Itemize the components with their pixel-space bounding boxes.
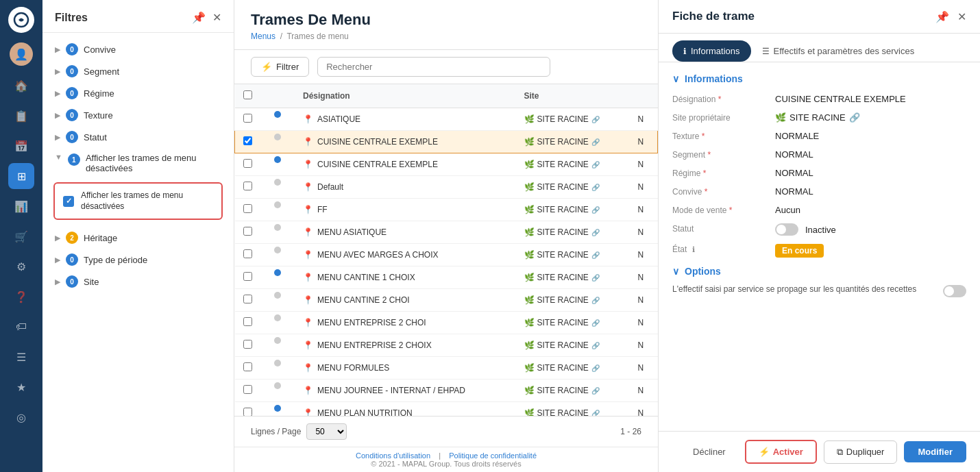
row-checkbox[interactable]: [243, 317, 252, 326]
row-toggle-dot[interactable]: [274, 224, 281, 231]
app-logo[interactable]: [8, 7, 34, 33]
row-toggle-dot[interactable]: [274, 269, 281, 276]
chevron-right-icon: ▶: [55, 45, 60, 54]
table-row[interactable]: 📍 MENU AVEC MARGES A CHOIX 🌿 SITE RACINE…: [235, 244, 658, 266]
close-sidebar-icon[interactable]: ✕: [212, 11, 221, 24]
tab-effectifs[interactable]: ☰ Effectifs et paramètres des services: [751, 40, 926, 62]
site-name: SITE RACINE: [789, 112, 846, 123]
table-row[interactable]: 📍 MENU JOURNEE - INTERNAT / EHPAD 🌿 SITE…: [235, 380, 658, 402]
statut-toggle-switch[interactable]: [775, 223, 798, 236]
decliner-button[interactable]: Décliner: [681, 441, 738, 462]
row-toggle-dot[interactable]: [274, 360, 281, 367]
modifier-button[interactable]: Modifier: [904, 441, 966, 462]
table-row[interactable]: 📍 MENU ENTREPRISE 2 CHOIX 🌿 SITE RACINE …: [235, 334, 658, 357]
politique-link[interactable]: Politique de confidentialité: [449, 451, 537, 460]
filter-segment[interactable]: ▶ 0 Segment: [51, 60, 225, 82]
nav-shop-icon[interactable]: 🛒: [8, 223, 34, 249]
nav-menu-icon[interactable]: 📅: [8, 133, 34, 159]
field-segment: Segment * NORMAL: [672, 149, 966, 160]
filter-site[interactable]: ▶ 0 Site: [51, 271, 225, 293]
table-row[interactable]: 📍 MENU CANTINE 1 CHOIX 🌿 SITE RACINE 🔗 N: [235, 266, 658, 289]
filter-button[interactable]: ⚡ Filtrer: [251, 57, 309, 77]
row-checkbox[interactable]: [243, 159, 252, 168]
filter-texture[interactable]: ▶ 0 Texture: [51, 104, 225, 126]
row-toggle-dot[interactable]: [274, 382, 281, 389]
table-row[interactable]: 📍 MENU ASIATIQUE 🌿 SITE RACINE 🔗 N: [235, 221, 658, 244]
row-toggle-dot[interactable]: [274, 292, 281, 299]
search-input[interactable]: [317, 57, 550, 77]
filter-type-periode[interactable]: ▶ 0 Type de période: [51, 249, 225, 271]
close-right-icon[interactable]: ✕: [957, 10, 966, 23]
table-row[interactable]: 📍 FF 🌿 SITE RACINE 🔗 N: [235, 199, 658, 221]
row-toggle-dot[interactable]: [274, 201, 281, 208]
row-designation-cell: 📍 MENU JOURNEE - INTERNAT / EHPAD: [295, 380, 516, 402]
breadcrumb-parent[interactable]: Menus: [251, 32, 275, 41]
filter-heritage[interactable]: ▶ 2 Héritage: [51, 227, 225, 249]
nav-star-icon[interactable]: ★: [8, 374, 34, 400]
row-checkbox[interactable]: [243, 136, 252, 145]
user-avatar[interactable]: 👤: [10, 42, 33, 66]
filter-regime[interactable]: ▶ 0 Régime: [51, 82, 225, 104]
row-checkbox[interactable]: [243, 362, 252, 371]
designation-pin-icon: 📍: [303, 363, 313, 373]
table-row[interactable]: 📍 MENU ENTREPRISE 2 CHOI 🌿 SITE RACINE 🔗…: [235, 312, 658, 334]
row-checkbox[interactable]: [243, 204, 252, 213]
pin-right-icon[interactable]: 📌: [935, 10, 949, 23]
row-toggle-dot[interactable]: [274, 337, 281, 344]
dupliquer-button[interactable]: ⧉ Dupliquer: [824, 440, 898, 464]
col-site[interactable]: Site: [516, 84, 630, 108]
conditions-link[interactable]: Conditions d'utilisation: [356, 451, 430, 460]
table-row[interactable]: 📍 MENU PLAN NUTRITION 🌿 SITE RACINE 🔗 N: [235, 402, 658, 417]
table-row[interactable]: 📍 CUISINE CENTRALE EXEMPLE 🌿 SITE RACINE…: [235, 153, 658, 176]
table-row[interactable]: 📍 CUISINE CENTRALE EXEMPLE 🌿 SITE RACINE…: [235, 131, 658, 153]
tab-informations[interactable]: ℹ Informations: [672, 40, 751, 62]
nav-circle-icon[interactable]: ◎: [8, 404, 34, 430]
nav-gear-icon[interactable]: ⚙: [8, 253, 34, 280]
row-toggle-dot[interactable]: [274, 134, 281, 140]
activer-label: Activer: [773, 447, 803, 457]
table-row[interactable]: 📍 Default 🌿 SITE RACINE 🔗 N: [235, 176, 658, 199]
row-toggle-dot[interactable]: [274, 405, 281, 412]
nav-orders-icon[interactable]: 📋: [8, 103, 34, 129]
row-checkbox[interactable]: [243, 340, 252, 349]
site-name-text: SITE RACINE: [537, 160, 589, 169]
site-tree-icon: 🌿: [524, 137, 535, 147]
filter-afficher-group[interactable]: ▼ 1 Afficher les trames de menu désactiv…: [51, 148, 225, 178]
field-etat: État ℹ En cours: [672, 244, 966, 258]
row-toggle-dot[interactable]: [274, 247, 281, 253]
row-checkbox[interactable]: [243, 227, 252, 236]
option-effectif-toggle[interactable]: [943, 285, 966, 297]
pin-icon[interactable]: 📌: [192, 11, 206, 24]
nav-grid-icon[interactable]: ⊞: [8, 163, 34, 189]
per-page-select[interactable]: 50 25 100: [306, 423, 347, 440]
table-row[interactable]: 📍 ASIATIQUE 🌿 SITE RACINE 🔗 N: [235, 108, 658, 131]
nav-list-icon[interactable]: ☰: [8, 344, 34, 370]
nav-tag-icon[interactable]: 🏷: [8, 314, 34, 340]
row-checkbox[interactable]: [243, 182, 252, 190]
nav-help-icon[interactable]: ❓: [8, 284, 34, 310]
row-checkbox[interactable]: [243, 249, 252, 258]
row-toggle-dot[interactable]: [274, 156, 281, 163]
activer-button[interactable]: ⚡ Activer: [745, 440, 817, 464]
row-checkbox[interactable]: [243, 385, 252, 394]
sidebar-header: Filtres 📌 ✕: [42, 0, 234, 33]
field-statut-label: Statut: [672, 223, 775, 234]
select-all-checkbox[interactable]: [243, 90, 252, 99]
row-checkbox[interactable]: [243, 295, 252, 303]
site-link-icon: 🔗: [591, 138, 600, 146]
row-toggle-dot[interactable]: [274, 111, 281, 118]
filter-statut[interactable]: ▶ 0 Statut: [51, 126, 225, 148]
col-designation[interactable]: Désignation: [295, 84, 516, 108]
row-toggle-dot[interactable]: [274, 314, 281, 321]
table-row[interactable]: 📍 MENU FORMULES 🌿 SITE RACINE 🔗 N: [235, 357, 658, 380]
row-checkbox[interactable]: [243, 408, 252, 416]
table-row[interactable]: 📍 MENU CANTINE 2 CHOI 🌿 SITE RACINE 🔗 N: [235, 289, 658, 312]
filter-regime-label: Régime: [84, 88, 221, 99]
nav-chart-icon[interactable]: 📊: [8, 193, 34, 219]
row-checkbox[interactable]: [243, 272, 252, 281]
nav-home-icon[interactable]: 🏠: [8, 73, 34, 99]
filter-convive[interactable]: ▶ 0 Convive: [51, 38, 225, 60]
show-disabled-checkbox[interactable]: [63, 196, 74, 207]
row-toggle-dot[interactable]: [274, 179, 281, 186]
row-checkbox[interactable]: [243, 114, 252, 123]
